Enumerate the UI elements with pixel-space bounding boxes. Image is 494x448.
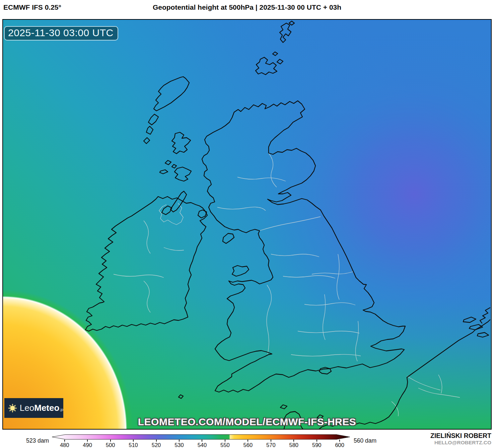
geopotential-field-canvas <box>3 20 492 430</box>
colorbar <box>52 434 350 440</box>
timestamp-badge: 2025-11-30 03:00 UTC <box>4 26 118 41</box>
colorbar-tick-label: 480 <box>60 442 69 448</box>
colorbar-tick <box>202 440 202 442</box>
colorbar-tick-label: 510 <box>129 442 138 448</box>
logo-text-light: Leo <box>20 403 34 413</box>
colorbar-tick <box>156 440 157 442</box>
colorbar-tick-label: 580 <box>289 442 299 448</box>
colorbar-tick-label: 560 <box>243 442 253 448</box>
field-gradient-layers <box>3 20 492 430</box>
colorbar-tick-label: 570 <box>266 442 276 448</box>
colorbar-tick-label: 520 <box>152 442 161 448</box>
colorbar-tick <box>179 440 180 442</box>
colorbar-tick-label: 590 <box>312 442 322 448</box>
author-contact: HELLO@ROBERTZ.CO <box>430 440 491 446</box>
watermark-url: LEOMETEO.COM/MODEL/ECMWF-IFS-HRES <box>3 416 491 428</box>
colorbar-tick <box>339 440 340 442</box>
colorbar-tick-label: 600 <box>335 442 344 448</box>
colorbar-tick-label: 540 <box>198 442 207 448</box>
logo-text: LeoMeteo.jp <box>20 403 63 413</box>
colorbar-tick <box>248 440 248 442</box>
author-name: ZIELIŃSKI ROBERT <box>430 432 491 439</box>
colorbar-tick <box>133 440 134 442</box>
colorbar-tick <box>87 440 88 442</box>
colorbar-tick-label: 550 <box>220 442 230 448</box>
page-title: Geopotential height at 500hPa | 2025-11-… <box>0 3 494 11</box>
colorbar-tick-label: 530 <box>174 442 184 448</box>
colorbar-tick <box>225 440 225 442</box>
colorbar-tick <box>110 440 111 442</box>
attribution: ZIELIŃSKI ROBERT HELLO@ROBERTZ.CO <box>430 432 491 446</box>
colorbar-max-label: 560 dam <box>354 437 376 444</box>
colorbar-tick-label: 490 <box>83 442 92 448</box>
colorbar-tick <box>293 440 294 442</box>
logo-text-bold: Meteo <box>34 403 59 413</box>
colorbar-tick-label: 500 <box>106 442 115 448</box>
weather-map: 2025-11-30 03:00 UTC LEOMETEO.COM/MODEL/… <box>2 19 492 430</box>
colorbar-tick <box>271 440 271 442</box>
colorbar-gradient-arrow <box>52 435 350 439</box>
colorbar-min-label: 523 dam <box>26 437 49 444</box>
sun-icon <box>7 402 18 414</box>
colorbar-tick <box>64 440 65 442</box>
leometeo-logo: LeoMeteo.jp <box>4 398 63 418</box>
colorbar-tick <box>316 440 317 442</box>
logo-text-suffix: .jp <box>59 407 63 412</box>
